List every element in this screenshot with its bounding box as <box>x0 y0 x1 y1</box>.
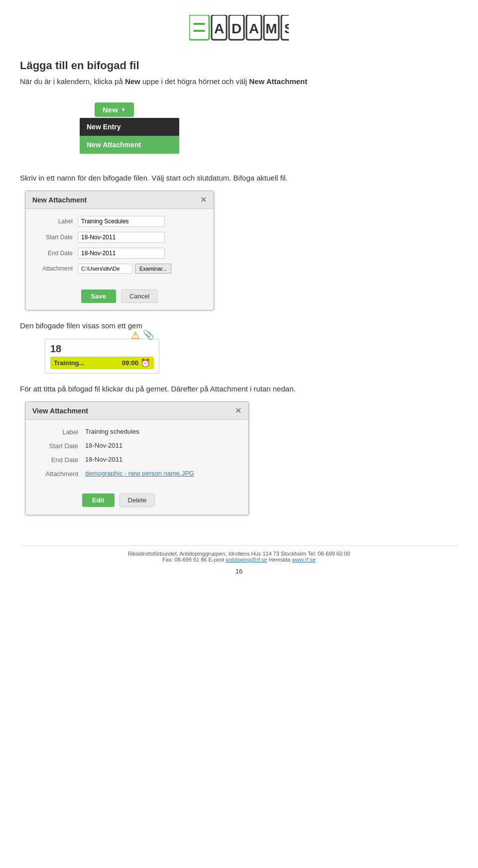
end-date-label: End Date <box>35 250 78 257</box>
edit-button[interactable]: Edit <box>82 493 115 507</box>
step2-text: Den bifogade filen visas som ett gem <box>20 320 458 332</box>
dialog-body: Label Start Date End Date Attachment Exa… <box>25 209 214 286</box>
end-date-row: End Date <box>35 248 204 259</box>
label-row: Label <box>35 216 204 227</box>
view-dialog-footer: Edit Delete <box>25 491 248 515</box>
attachment-control: Examinar... <box>78 264 171 274</box>
cancel-button[interactable]: Cancel <box>121 289 158 303</box>
view-start-date-label: Start Date <box>35 442 85 450</box>
view-end-date-row: End Date 18-Nov-2011 <box>35 456 239 464</box>
footer-line1: Riksidrottsförbundet, Antidopinggruppen,… <box>20 551 458 557</box>
new-button-screenshot: New ▼ New Entry New Attachment <box>80 102 179 154</box>
adams-logo: A D A M S <box>189 15 289 42</box>
view-start-date-row: Start Date 18-Nov-2011 <box>35 442 239 450</box>
intro-paragraph: När du är i kalendern, klicka på New upp… <box>20 76 458 88</box>
dropdown-item-new-attachment[interactable]: New Attachment <box>80 136 179 154</box>
calendar-event[interactable]: Training... 09:00 ⏰ <box>50 357 154 369</box>
view-end-date-label: End Date <box>35 456 85 464</box>
view-start-date-value: 18-Nov-2011 <box>85 442 122 449</box>
view-dialog-body: Label Training schedules Start Date 18-N… <box>25 420 248 491</box>
event-time: 09:00 ⏰ <box>122 358 150 368</box>
attachment-path-input[interactable] <box>78 264 132 274</box>
attachment-bold: New Attachment <box>249 77 307 86</box>
label-input[interactable] <box>78 216 165 227</box>
start-date-row: Start Date <box>35 232 204 243</box>
end-date-input[interactable] <box>78 248 165 259</box>
footer-website-link[interactable]: www.rf.se <box>292 557 316 563</box>
svg-text:D: D <box>232 21 241 36</box>
delete-button[interactable]: Delete <box>120 493 155 507</box>
event-label: Training... <box>54 359 84 367</box>
view-attachment-label: Attachment <box>35 470 85 478</box>
start-date-label: Start Date <box>35 234 78 241</box>
step1-text: Skriv in ett namn för den bifogade filen… <box>20 173 458 184</box>
chevron-down-icon: ▼ <box>121 107 126 112</box>
intro-text-mid: uppe i det högra hörnet och välj <box>140 77 249 86</box>
attachment-label: Attachment <box>35 265 78 272</box>
svg-text:A: A <box>214 21 224 36</box>
view-dialog-header: View Attachment ✕ <box>25 402 248 420</box>
clock-icon: ⏰ <box>140 358 150 368</box>
svg-rect-0 <box>189 15 209 40</box>
svg-text:M: M <box>265 21 277 36</box>
calendar-cell-screenshot: 18 ⚠ 📎 Training... 09:00 ⏰ <box>45 339 159 374</box>
view-label-field-label: Label <box>35 428 85 436</box>
label-field-label: Label <box>35 218 78 225</box>
event-time-text: 09:00 <box>122 359 138 367</box>
paperclip-icon: 📎 <box>143 329 154 341</box>
view-label-value: Training schedules <box>85 428 139 435</box>
footer-fax: Fax: 08-699 61 86 E-post <box>162 557 226 563</box>
logo-area: A D A M S <box>20 15 458 44</box>
new-button[interactable]: New ▼ <box>95 102 134 117</box>
attachment-link[interactable]: demographic - new person name.JPG <box>85 470 194 477</box>
page-number: 16 <box>20 568 458 575</box>
svg-text:S: S <box>284 21 289 36</box>
dialog-footer: Save Cancel <box>25 286 214 310</box>
attachment-row: Attachment Examinar... <box>35 264 204 274</box>
save-button[interactable]: Save <box>81 289 116 303</box>
view-attachment-row: Attachment demographic - new person name… <box>35 470 239 478</box>
view-end-date-value: 18-Nov-2011 <box>85 456 122 463</box>
calendar-day-number: 18 <box>50 343 61 354</box>
footer-email-link[interactable]: antidoping@rf.se <box>226 557 267 563</box>
new-bold: New <box>125 77 140 86</box>
dropdown-item-new-entry[interactable]: New Entry <box>80 118 179 136</box>
new-dropdown-menu: New Entry New Attachment <box>80 118 179 154</box>
view-label-row: Label Training schedules <box>35 428 239 436</box>
intro-text-before: När du är i kalendern, klicka på <box>20 77 125 86</box>
new-button-label: New <box>103 105 118 114</box>
view-dialog-title: View Attachment <box>32 407 88 415</box>
step3-text: För att titta på bifogad fil klickar du … <box>20 384 458 395</box>
svg-text:A: A <box>249 21 259 36</box>
new-attachment-dialog: New Attachment ✕ Label Start Date End Da… <box>25 191 214 310</box>
browse-button[interactable]: Examinar... <box>135 264 171 274</box>
page-footer: Riksidrottsförbundet, Antidopinggruppen,… <box>20 545 458 563</box>
view-dialog-close-icon[interactable]: ✕ <box>235 406 241 415</box>
dialog-title: New Attachment <box>32 196 87 204</box>
dialog-header: New Attachment ✕ <box>25 191 214 209</box>
footer-hemsida-text: Hemsida <box>269 557 292 563</box>
close-icon[interactable]: ✕ <box>200 195 207 204</box>
start-date-input[interactable] <box>78 232 165 243</box>
view-attachment-dialog: View Attachment ✕ Label Training schedul… <box>25 401 249 515</box>
footer-line2: Fax: 08-699 61 86 E-post antidoping@rf.s… <box>20 557 458 563</box>
page-title: Lägga till en bifogad fil <box>20 59 458 72</box>
